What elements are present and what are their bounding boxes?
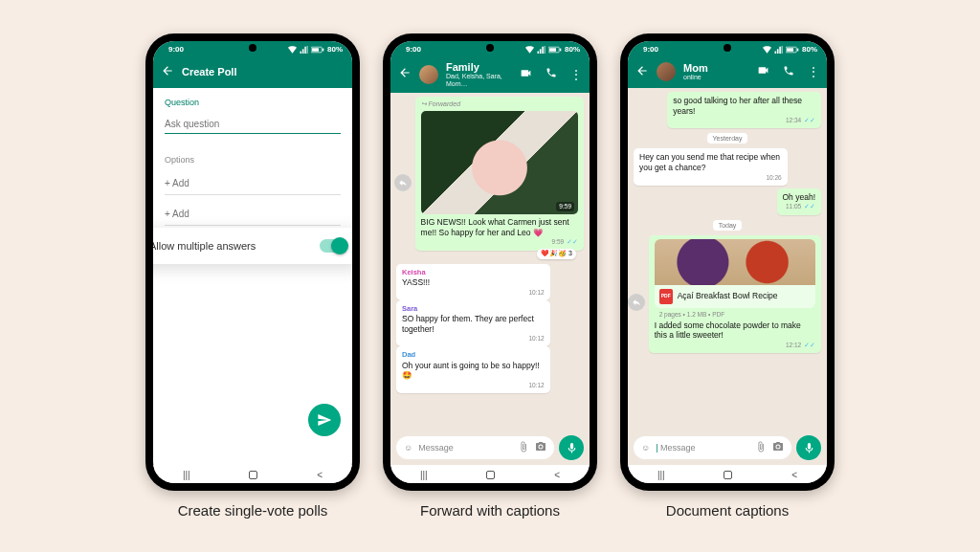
more-options-icon[interactable]: ⋮ xyxy=(570,68,582,81)
message-text: YASS!!! xyxy=(402,277,545,288)
mic-button[interactable] xyxy=(559,435,584,460)
signal-icon xyxy=(537,46,546,54)
back-arrow-icon[interactable] xyxy=(398,66,412,82)
voice-call-icon[interactable] xyxy=(546,67,557,81)
status-time: 9:00 xyxy=(406,45,421,54)
nav-back-icon[interactable]: < xyxy=(791,470,797,480)
message-bubble[interactable]: Oh yeah! 11:05 ✓✓ xyxy=(777,188,822,215)
sender-name: Keisha xyxy=(402,268,545,276)
document-preview-image xyxy=(655,239,815,285)
pdf-icon: PDF xyxy=(659,289,673,304)
message-text: Hey can you send me that recipe when you… xyxy=(639,152,782,172)
battery-icon xyxy=(548,46,562,54)
svg-rect-5 xyxy=(560,48,561,51)
wifi-icon xyxy=(525,46,534,54)
allow-multiple-card: Allow multiple answers xyxy=(153,228,352,264)
forwarded-image-message[interactable]: ↪ Forwarded 9:59 BIG NEWS!! Look what Ca… xyxy=(415,97,584,250)
forward-arrow-icon[interactable] xyxy=(628,294,645,311)
message-text: Oh yeah! xyxy=(783,192,816,203)
wifi-icon xyxy=(288,46,297,54)
document-card[interactable]: PDF Açaí Breakfast Bowl Recipe xyxy=(655,239,815,308)
poll-form: Question Options Allow multiple answers xyxy=(153,88,352,465)
date-chip: Today xyxy=(713,220,743,231)
emoji-icon[interactable]: ☺ xyxy=(641,443,650,453)
camera-icon[interactable] xyxy=(772,441,784,454)
nav-recents-icon[interactable]: ||| xyxy=(420,470,428,480)
message-text: BIG NEWS!! Look what Carmen just sent me… xyxy=(421,217,578,237)
document-title: Açaí Breakfast Bowl Recipe xyxy=(678,291,778,301)
message-text: I added some chocolate powder to make th… xyxy=(655,320,815,341)
date-chip: Yesterday xyxy=(707,133,748,144)
svg-rect-2 xyxy=(323,48,323,51)
status-battery: 80% xyxy=(802,45,817,54)
chat-body: ↪ Forwarded 9:59 BIG NEWS!! Look what Ca… xyxy=(390,93,590,431)
message-text: SO happy for them. They are perfect toge… xyxy=(402,314,545,334)
allow-multiple-toggle[interactable] xyxy=(320,239,346,253)
document-message[interactable]: PDF Açaí Breakfast Bowl Recipe 2 pages •… xyxy=(649,235,821,354)
mic-button[interactable] xyxy=(796,435,821,460)
wifi-icon xyxy=(763,46,771,54)
chat-avatar[interactable] xyxy=(657,62,676,81)
message-bubble[interactable]: SaraSO happy for them. They are perfect … xyxy=(396,300,550,347)
question-label: Question xyxy=(165,98,341,107)
forwarded-label: ↪ Forwarded xyxy=(421,100,578,109)
chat-body: so good talking to her after all these y… xyxy=(628,88,827,431)
camera-icon[interactable] xyxy=(535,441,546,454)
nav-recents-icon[interactable]: ||| xyxy=(657,470,665,480)
status-time: 9:00 xyxy=(168,45,184,54)
chat-title: Family xyxy=(446,61,506,73)
attach-icon[interactable] xyxy=(755,441,767,454)
caption-2: Forward with captions xyxy=(383,502,597,519)
chat-subtitle: online xyxy=(683,74,744,81)
message-input[interactable]: Message xyxy=(418,443,512,453)
voice-call-icon[interactable] xyxy=(783,65,794,79)
signal-icon xyxy=(774,46,783,54)
emoji-icon[interactable]: ☺ xyxy=(404,443,412,453)
camera-punch-hole xyxy=(486,44,494,52)
phone-family-chat: 9:00 80% Family Dad, Keisha, Sara, Mom… xyxy=(383,33,597,491)
nav-back-icon[interactable]: < xyxy=(554,470,560,480)
caption-3: Document captions xyxy=(620,502,835,519)
message-input[interactable]: | Message xyxy=(656,443,749,453)
battery-icon xyxy=(311,46,324,54)
app-bar: Family Dad, Keisha, Sara, Mom… ⋮ xyxy=(390,55,590,93)
image-timestamp: 9:59 xyxy=(556,202,574,211)
image-attachment[interactable]: 9:59 xyxy=(421,111,578,214)
poll-option-add-1[interactable] xyxy=(165,172,341,195)
timestamp: 10:12 xyxy=(402,289,545,297)
attach-icon[interactable] xyxy=(518,441,529,454)
send-poll-button[interactable] xyxy=(308,404,341,436)
question-input[interactable] xyxy=(165,115,341,134)
camera-punch-hole xyxy=(249,44,256,52)
page-title: Create Poll xyxy=(182,66,236,77)
nav-recents-icon[interactable]: ||| xyxy=(183,470,190,480)
document-meta: 2 pages • 1.2 MB • PDF xyxy=(655,311,815,320)
app-bar: Mom online ⋮ xyxy=(628,55,827,88)
message-bubble[interactable]: so good talking to her after all these y… xyxy=(667,92,821,128)
nav-home-icon[interactable] xyxy=(486,471,495,479)
message-input-bar: ☺ Message xyxy=(390,431,590,465)
android-navigation: ||| < xyxy=(628,465,827,483)
video-call-icon[interactable] xyxy=(757,64,769,79)
message-bubble[interactable]: Hey can you send me that recipe when you… xyxy=(634,148,788,185)
reactions-pill[interactable]: ❤️🎉🥳 3 xyxy=(537,249,576,259)
back-arrow-icon[interactable] xyxy=(161,64,174,80)
poll-option-add-2[interactable] xyxy=(165,203,341,226)
video-call-icon[interactable] xyxy=(520,67,532,82)
captions-row: Create single-vote polls Forward with ca… xyxy=(0,502,980,519)
back-arrow-icon[interactable] xyxy=(635,64,649,80)
timestamp: 10:12 xyxy=(402,382,545,389)
chat-avatar[interactable] xyxy=(419,65,438,84)
message-input-bar: ☺ | Message xyxy=(628,431,827,465)
camera-punch-hole xyxy=(724,44,731,52)
nav-back-icon[interactable]: < xyxy=(317,470,323,480)
caption-1: Create single-vote polls xyxy=(145,502,360,519)
more-options-icon[interactable]: ⋮ xyxy=(808,65,819,78)
message-bubble[interactable]: KeishaYASS!!!10:12 xyxy=(396,264,550,300)
svg-rect-1 xyxy=(312,48,319,52)
app-bar: Create Poll xyxy=(153,55,352,88)
forward-arrow-icon[interactable] xyxy=(394,174,412,191)
message-bubble[interactable]: DadOh your aunt is going to be so happy!… xyxy=(396,346,550,393)
nav-home-icon[interactable] xyxy=(724,471,732,479)
nav-home-icon[interactable] xyxy=(249,471,257,479)
